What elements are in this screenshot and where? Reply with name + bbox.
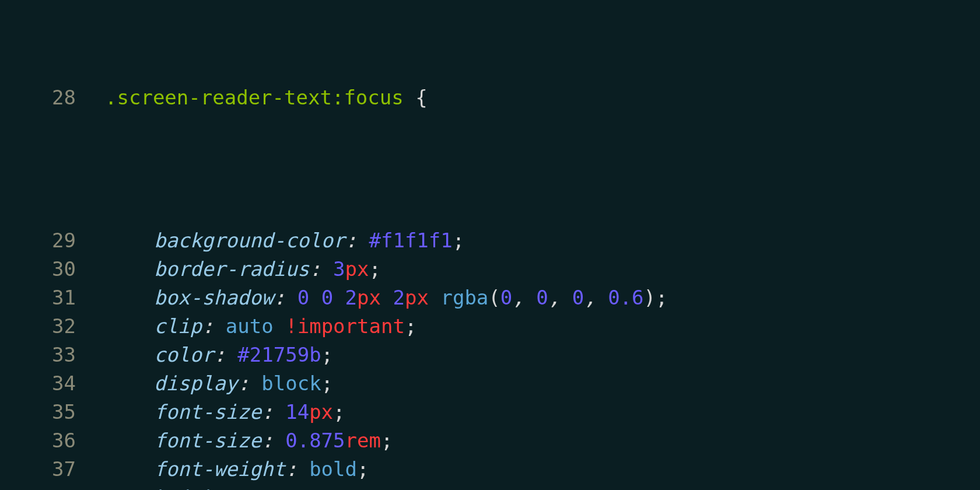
semicolon: ;	[333, 400, 345, 424]
line-number: 31	[0, 284, 105, 312]
css-num: #f1f1f1	[369, 229, 452, 252]
code-line[interactable]: 34display: block;	[0, 369, 980, 398]
colon: :	[261, 429, 285, 452]
colon: :	[226, 486, 250, 490]
semicolon: ;	[321, 343, 333, 366]
css-fn: rgba	[440, 286, 488, 309]
code-line[interactable]: 28 .screen-reader-text:focus {	[0, 83, 980, 112]
css-num: #21759b	[237, 343, 321, 366]
colon: :	[345, 229, 369, 252]
colon: :	[214, 343, 237, 366]
semicolon: ;	[656, 286, 667, 309]
line-number: 35	[0, 398, 105, 426]
code-line[interactable]: 32clip: auto !important;	[0, 312, 980, 341]
css-num: 0	[572, 286, 584, 309]
code-content: font-size: 14px;	[105, 398, 980, 426]
css-num: 0.875	[285, 429, 345, 452]
code-content: .screen-reader-text:focus {	[105, 83, 980, 112]
code-line[interactable]: 37font-weight: bold;	[0, 455, 980, 484]
css-unit: px	[357, 286, 381, 309]
code-line[interactable]: 31box-shadow: 0 0 2px 2px rgba(0, 0, 0, …	[0, 284, 980, 312]
css-bang: !important	[285, 314, 405, 338]
code-line[interactable]: 30border-radius: 3px;	[0, 255, 980, 284]
code-content: border-radius: 3px;	[105, 255, 980, 284]
colon: :	[237, 372, 261, 395]
line-number: 33	[0, 341, 105, 369]
css-colon: ,	[548, 286, 572, 309]
code-content: clip: auto !important;	[105, 312, 980, 341]
css-num: 3	[333, 257, 345, 281]
css-property: background-color	[154, 229, 345, 252]
colon: :	[274, 286, 298, 309]
css-val: block	[261, 372, 321, 395]
css-property: font-weight	[154, 457, 285, 481]
code-line[interactable]: 35font-size: 14px;	[0, 398, 980, 426]
colon: :	[285, 457, 309, 481]
css-property: box-shadow	[154, 286, 274, 309]
semicolon: ;	[321, 372, 333, 395]
semicolon: ;	[357, 457, 369, 481]
css-num: 0.6	[608, 286, 643, 309]
line-number: 34	[0, 369, 105, 398]
css-unit: px	[309, 400, 333, 424]
line-number: 28	[0, 83, 105, 112]
semicolon: ;	[453, 229, 464, 252]
css-num: 0	[501, 286, 512, 309]
colon: :	[261, 400, 285, 424]
css-val: auto	[250, 486, 298, 490]
colon: :	[202, 314, 226, 338]
semicolon: ;	[405, 314, 416, 338]
line-number: 36	[0, 426, 105, 455]
css-num: 0	[536, 286, 548, 309]
css-val: auto	[226, 314, 274, 338]
css-paren: (	[488, 286, 500, 309]
css-property: clip	[154, 314, 202, 338]
code-content: font-size: 0.875rem;	[105, 426, 980, 455]
css-property: display	[154, 372, 237, 395]
css-num: 0	[298, 286, 309, 309]
semicolon: ;	[298, 486, 309, 490]
semicolon: ;	[369, 257, 381, 281]
line-number: 37	[0, 455, 105, 484]
code-content: background-color: #f1f1f1;	[105, 226, 980, 255]
css-unit: px	[405, 286, 429, 309]
css-unit: px	[345, 257, 369, 281]
line-number: 32	[0, 312, 105, 341]
code-content: box-shadow: 0 0 2px 2px rgba(0, 0, 0, 0.…	[105, 284, 980, 312]
css-val: bold	[309, 457, 357, 481]
code-line[interactable]: 33color: #21759b;	[0, 341, 980, 369]
line-number: 29	[0, 226, 105, 255]
code-editor[interactable]: 28 .screen-reader-text:focus { 29backgro…	[0, 0, 980, 490]
css-paren: )	[644, 286, 656, 309]
css-num: 2	[345, 286, 357, 309]
code-line[interactable]: 36font-size: 0.875rem;	[0, 426, 980, 455]
code-content: font-weight: bold;	[105, 455, 980, 484]
css-colon: ,	[512, 286, 536, 309]
code-content: color: #21759b;	[105, 341, 980, 369]
code-line[interactable]: 29background-color: #f1f1f1;	[0, 226, 980, 255]
css-property: font-size	[154, 400, 261, 424]
code-content: display: block;	[105, 369, 980, 398]
css-num: 2	[393, 286, 405, 309]
css-property: font-size	[154, 429, 261, 452]
css-property: height	[154, 486, 226, 490]
css-num: 0	[321, 286, 333, 309]
line-number: 38	[0, 484, 105, 490]
css-property: border-radius	[154, 257, 309, 281]
css-colon: ,	[584, 286, 608, 309]
semicolon: ;	[381, 429, 393, 452]
code-content: height: auto;	[105, 484, 980, 490]
css-unit: rem	[345, 429, 381, 452]
code-line[interactable]: 38height: auto;	[0, 484, 980, 490]
css-property: color	[154, 343, 214, 366]
line-number: 30	[0, 255, 105, 284]
colon: :	[309, 257, 333, 281]
css-num: 14	[285, 400, 309, 424]
